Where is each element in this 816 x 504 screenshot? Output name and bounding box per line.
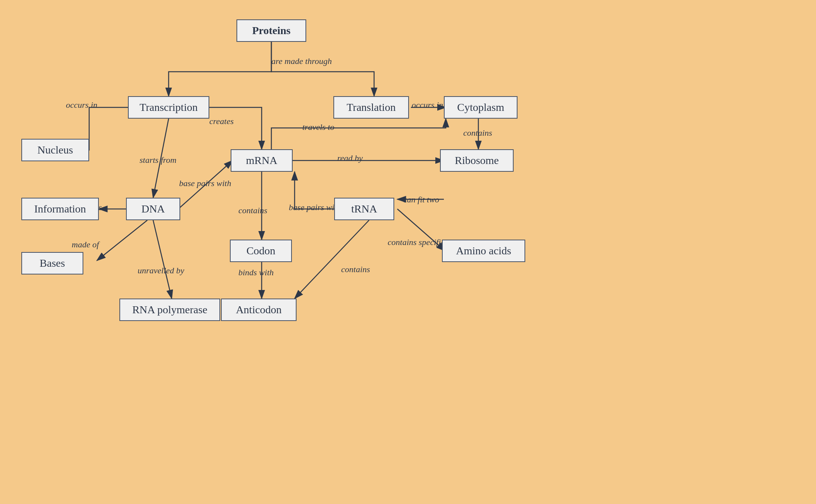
label-base-pairs-with-trna: base pairs with	[289, 202, 341, 212]
node-amino-acids: Amino acids	[442, 240, 525, 262]
node-transcription: Transcription	[128, 96, 209, 119]
label-can-fit-two: can fit two	[403, 195, 439, 205]
node-anticodon: Anticodon	[221, 299, 297, 321]
node-bases: Bases	[21, 252, 83, 274]
label-binds-with: binds with	[238, 268, 274, 278]
node-rna-polymerase: RNA polymerase	[119, 299, 220, 321]
label-contains-ribosome: contains	[463, 128, 492, 138]
label-contains-anticodon: contains	[341, 264, 370, 274]
label-occurs-in-translation: occurs in	[412, 100, 443, 110]
label-occurs-in-transcription: occurs in	[66, 100, 97, 110]
label-made-of: made of	[72, 240, 99, 250]
label-are-made-through: are made through	[271, 56, 332, 66]
label-contains-codon: contains	[238, 205, 267, 216]
node-nucleus: Nucleus	[21, 139, 89, 161]
node-codon: Codon	[230, 240, 292, 262]
node-trna: tRNA	[334, 198, 394, 220]
svg-line-11	[295, 220, 369, 299]
node-information: Information	[21, 198, 99, 220]
label-base-pairs-with-dna: base pairs with	[179, 178, 231, 188]
node-mrna: mRNA	[231, 149, 293, 172]
node-proteins: Proteins	[236, 19, 306, 42]
label-creates: creates	[209, 116, 234, 126]
label-travels-to: travels to	[302, 122, 335, 132]
label-contains-specific: contains specific	[388, 237, 445, 247]
label-unravelled-by: unravelled by	[138, 266, 184, 276]
node-ribosome: Ribosome	[440, 149, 514, 172]
node-cytoplasm: Cytoplasm	[444, 96, 518, 119]
svg-line-2	[97, 220, 147, 261]
node-dna: DNA	[126, 198, 180, 220]
node-translation: Translation	[333, 96, 409, 119]
label-read-by: read by	[337, 153, 363, 163]
svg-line-4	[153, 220, 172, 299]
label-starts-from: starts from	[140, 155, 176, 165]
